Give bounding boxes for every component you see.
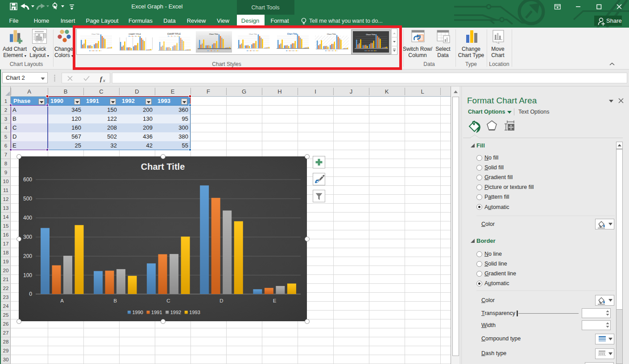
svg-text:D: D: [219, 298, 223, 303]
svg-text:B: B: [113, 298, 117, 303]
svg-text:100: 100: [23, 272, 32, 278]
svg-text:f: f: [100, 75, 103, 82]
svg-text:1992: 1992: [170, 310, 181, 315]
svg-text:0: 0: [29, 291, 32, 297]
svg-text:1993: 1993: [189, 310, 200, 315]
svg-text:300: 300: [23, 234, 32, 240]
svg-text:C: C: [166, 298, 170, 303]
svg-text:E: E: [273, 298, 277, 303]
svg-text:1990: 1990: [132, 310, 143, 315]
svg-text:600: 600: [23, 176, 32, 183]
svg-text:500: 500: [23, 196, 32, 202]
svg-text:200: 200: [23, 253, 32, 259]
svg-text:A: A: [60, 298, 64, 303]
svg-text:1991: 1991: [151, 310, 162, 315]
svg-text:x: x: [103, 78, 105, 83]
svg-text:Chart Title: Chart Title: [141, 162, 185, 172]
svg-text:400: 400: [23, 215, 32, 221]
